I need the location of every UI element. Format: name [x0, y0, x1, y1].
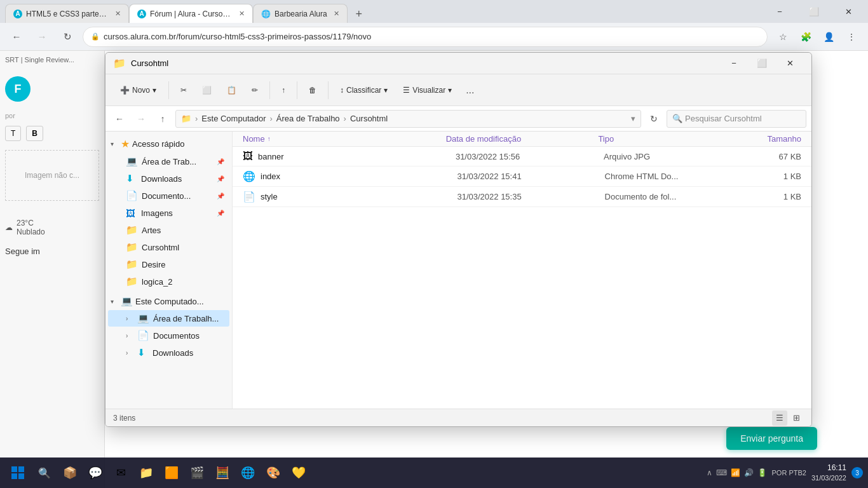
tab-2-close[interactable]: ✕ [239, 10, 245, 18]
col-header-type[interactable]: Tipo [598, 134, 720, 144]
text-tool-t[interactable]: T [5, 126, 21, 141]
view-button[interactable]: ☰ Visualizar ▾ [397, 79, 458, 101]
sidebar-item-images-quick[interactable]: 🖼 Imagens 📌 [108, 205, 229, 221]
taskbar-search-icon[interactable]: 🔍 [33, 461, 56, 484]
fe-minimize-button[interactable]: − [720, 53, 748, 74]
view-chevron: ▾ [448, 86, 452, 95]
computer-header[interactable]: ▾ 💻 Este Computado... [105, 293, 232, 309]
svg-rect-2 [11, 473, 17, 479]
maximize-button[interactable]: ⬜ [799, 0, 829, 23]
cut-button[interactable]: ✂ [174, 79, 193, 101]
share-button[interactable]: ↑ [275, 79, 292, 101]
sidebar-item-desktop[interactable]: 💻 Área de Trab... 📌 [108, 153, 229, 170]
tray-arrow-icon[interactable]: ∧ [707, 468, 712, 477]
view-toggle-buttons: ☰ ⊞ [772, 410, 804, 426]
forward-button[interactable]: → [32, 27, 52, 47]
bc-arrow-2: › [270, 114, 273, 123]
quick-access-header[interactable]: ▾ ★ Acesso rápido [105, 135, 232, 152]
tray-wifi-icon[interactable]: 📶 [731, 468, 740, 477]
sidebar-item-documents-quick[interactable]: 📄 Documento... 📌 [108, 187, 229, 204]
sidebar-item-logica[interactable]: 📁 logica_2 [108, 273, 229, 290]
file-row-style[interactable]: 📄 style 31/03/2022 15:35 Documento de fo… [233, 187, 811, 207]
taskbar-calc-icon[interactable]: 🧮 [211, 461, 234, 484]
tray-volume-icon[interactable]: 🔊 [744, 468, 754, 477]
sidebar-item-cursohtml[interactable]: 📁 Cursohtml [108, 239, 229, 255]
extension-puzzle-icon[interactable]: 🧩 [796, 27, 816, 47]
profile-icon[interactable]: 👤 [818, 27, 839, 47]
new-chevron: ▾ [153, 86, 156, 95]
taskbar-office-icon[interactable]: 🟧 [160, 461, 183, 484]
fe-search-box[interactable]: 🔍 Pesquisar Cursohtml [667, 110, 806, 128]
col-header-name[interactable]: Nome ↑ [243, 134, 446, 144]
rename-button[interactable]: ✏ [245, 79, 264, 101]
tab-1-close[interactable]: ✕ [115, 10, 121, 18]
taskbar-media-icon[interactable]: 🎬 [186, 461, 208, 484]
notification-badge[interactable]: 3 [851, 467, 863, 478]
browser-tab-1[interactable]: A HTML5 e CSS3 parte 1: a primei... ✕ [5, 4, 129, 23]
delete-button[interactable]: 🗑 [302, 79, 323, 101]
new-tab-button[interactable]: + [350, 5, 368, 23]
browser-tab-2[interactable]: A Fórum | Alura - Cursos online de... ✕ [129, 4, 253, 23]
address-bar[interactable]: 🔒 cursos.alura.com.br/forum/curso-html5-… [83, 27, 768, 47]
col-header-date[interactable]: Data de modificação [446, 134, 599, 144]
sidebar-item-downloads-computer[interactable]: › ⬇ Downloads [108, 344, 229, 361]
start-button[interactable] [5, 460, 31, 485]
grid-view-button[interactable]: ⊞ [789, 410, 804, 426]
bc-dropdown-icon[interactable]: ▾ [631, 114, 635, 123]
filelist-header: Nome ↑ Data de modificação Tipo Tamanho [233, 132, 811, 147]
taskbar-widgets-icon[interactable]: 📦 [58, 461, 81, 484]
new-button[interactable]: ➕ Novo ▾ [113, 79, 163, 101]
minimize-button[interactable]: − [765, 0, 794, 23]
col-header-size[interactable]: Tamanho [720, 134, 801, 144]
sidebar-item-downloads-quick[interactable]: ⬇ Downloads 📌 [108, 170, 229, 187]
tab-3-close[interactable]: ✕ [334, 10, 339, 18]
ribbon-more-button[interactable]: ... [461, 82, 479, 98]
taskbar-mail-icon[interactable]: ✉ [109, 461, 132, 484]
index-file-name: index [261, 172, 457, 181]
sidebar-item-artes[interactable]: 📁 Artes [108, 222, 229, 238]
paste-button[interactable]: 📋 [220, 79, 243, 101]
sidebar-item-documentos-computer[interactable]: › 📄 Documentos [108, 327, 229, 344]
sidebar-cursohtml-label: Cursohtml [142, 243, 179, 252]
enviar-pergunta-button[interactable]: Enviar pergunta [726, 427, 817, 450]
clock[interactable]: 16:11 31/03/2022 [811, 463, 846, 483]
fe-breadcrumb[interactable]: 📁 › Este Computador › Área de Trabalho ›… [175, 110, 641, 128]
taskbar-photoshop-icon[interactable]: 🎨 [262, 461, 285, 484]
file-row-banner[interactable]: 🖼 banner 31/03/2022 15:56 Arquivo JPG 67… [233, 147, 811, 166]
taskbar-chat-icon[interactable]: 💬 [84, 461, 107, 484]
list-view-button[interactable]: ☰ [772, 410, 787, 426]
reload-button[interactable]: ↻ [57, 27, 78, 47]
sidebar-item-desktop-computer[interactable]: › 💻 Área de Trabalh... [108, 310, 229, 327]
fe-back-button[interactable]: ← [111, 110, 128, 128]
bookmark-star-icon[interactable]: ☆ [773, 27, 793, 47]
fe-forward-button[interactable]: → [132, 110, 150, 128]
quick-access-section: ▾ ★ Acesso rápido 💻 Área de Trab... 📌 ⬇ … [105, 134, 232, 292]
fe-close-button[interactable]: ✕ [776, 53, 804, 74]
computer-header-label: Este Computado... [135, 297, 204, 306]
tray-battery-icon[interactable]: 🔋 [757, 468, 767, 477]
sort-button[interactable]: ↕ Classificar ▾ [334, 79, 394, 101]
copy-button[interactable]: ⬜ [196, 79, 218, 101]
downloads-computer-icon: ⬇ [137, 347, 149, 358]
fe-up-button[interactable]: ↑ [154, 110, 172, 128]
fe-maximize-button[interactable]: ⬜ [748, 53, 776, 74]
close-button[interactable]: ✕ [834, 0, 863, 23]
browser-tab-3[interactable]: 🌐 Barbearia Alura ✕ [253, 4, 348, 23]
banner-file-size: 67 KB [722, 152, 801, 161]
tray-keyboard-icon[interactable]: ⌨ [716, 468, 727, 477]
downloads-computer-chevron: › [126, 349, 133, 356]
banner-file-icon: 🖼 [243, 151, 253, 162]
fe-refresh-button[interactable]: ↻ [645, 110, 663, 128]
taskbar-chrome-icon[interactable]: 🌐 [236, 461, 259, 484]
back-button[interactable]: ← [6, 27, 27, 47]
quick-access-label: Acesso rápido [132, 139, 184, 149]
new-icon: ➕ [120, 86, 130, 95]
file-row-index[interactable]: 🌐 index 31/03/2022 15:41 Chrome HTML Do.… [233, 166, 811, 187]
sidebar-item-desire[interactable]: 📁 Desire [108, 256, 229, 273]
text-tool-b[interactable]: B [26, 126, 43, 141]
image-placeholder: Imagem não c... [5, 150, 99, 201]
breadcrumb-part-2: Área de Trabalho [276, 114, 340, 123]
taskbar-brackets-icon[interactable]: 💛 [287, 461, 310, 484]
taskbar-explorer-icon[interactable]: 📁 [135, 461, 158, 484]
more-menu-icon[interactable]: ⋮ [841, 27, 862, 47]
